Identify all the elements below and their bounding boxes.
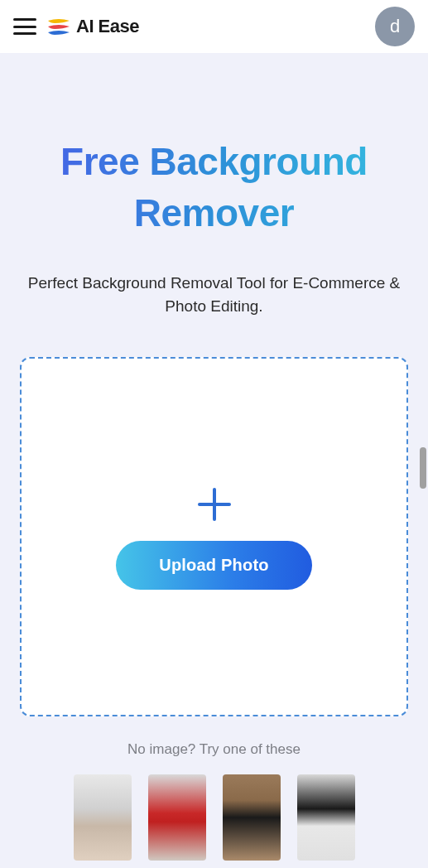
scrollbar-handle[interactable]: [420, 447, 426, 489]
menu-icon[interactable]: [13, 18, 36, 35]
samples-row: [20, 774, 408, 861]
brand-name: AI Ease: [76, 16, 139, 37]
user-avatar[interactable]: d: [375, 7, 415, 46]
sample-image-2[interactable]: [148, 774, 206, 861]
upload-dropzone[interactable]: Upload Photo: [20, 357, 408, 716]
sample-image-4[interactable]: [297, 774, 355, 861]
app-header: AI Ease d: [0, 0, 428, 53]
samples-label: No image? Try one of these: [20, 741, 408, 758]
upload-button[interactable]: Upload Photo: [116, 541, 311, 590]
main-content: Free Background Remover Perfect Backgrou…: [0, 53, 428, 868]
page-title: Free Background Remover: [20, 136, 408, 239]
page-subtitle: Perfect Background Removal Tool for E-Co…: [20, 272, 408, 317]
brand-logo[interactable]: AI Ease: [46, 16, 139, 37]
sample-image-3[interactable]: [223, 774, 281, 861]
avatar-letter: d: [390, 16, 400, 37]
logo-icon: [46, 17, 71, 36]
sample-image-1[interactable]: [74, 774, 132, 861]
header-left: AI Ease: [13, 16, 139, 37]
plus-icon: [195, 485, 234, 524]
